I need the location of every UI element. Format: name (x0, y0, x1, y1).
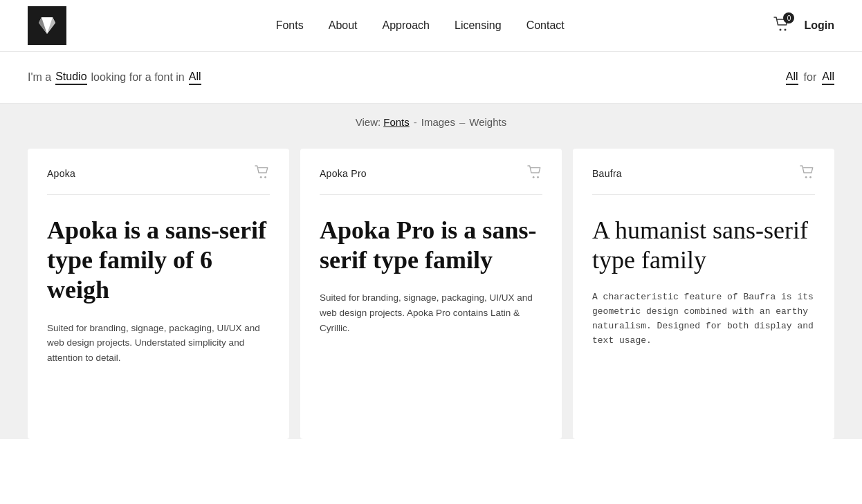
logo[interactable] (28, 6, 66, 45)
card-apoka: Apoka Apoka is a sans-serif type family … (28, 149, 289, 439)
svg-point-6 (264, 176, 266, 178)
view-label: View: (356, 116, 380, 128)
card-baufra-headline: A humanist sans-serif type family (592, 216, 815, 275)
nav-about[interactable]: About (329, 19, 358, 32)
filter-left: I'm a Studio looking for a font in All (28, 71, 201, 85)
card-baufra-cart-button[interactable] (800, 165, 815, 182)
filter-for: for (804, 71, 817, 84)
card-apoka-pro-header: Apoka Pro (320, 165, 542, 195)
card-apoka-pro: Apoka Pro Apoka Pro is a sans-serif type… (300, 149, 562, 439)
nav-fonts[interactable]: Fonts (276, 19, 304, 32)
svg-point-8 (537, 176, 539, 178)
view-bar: View: Fonts - Images – Weights (0, 104, 862, 142)
card-apoka-pro-headline: Apoka Pro is a sans-serif type family (320, 216, 542, 275)
card-baufra: Baufra A humanist sans-serif type family… (573, 149, 834, 439)
card-apoka-headline: Apoka is a sans-serif type family of 6 w… (47, 216, 270, 306)
filter-bar: I'm a Studio looking for a font in All A… (0, 52, 862, 104)
filter-right: All for All (786, 71, 834, 85)
view-fonts[interactable]: Fonts (383, 116, 410, 128)
svg-point-9 (805, 176, 807, 178)
nav-contact[interactable]: Contact (526, 19, 565, 32)
svg-point-10 (809, 176, 811, 178)
card-apoka-cart-button[interactable] (255, 165, 270, 182)
nav-licensing[interactable]: Licensing (455, 19, 502, 32)
add-to-cart-icon (255, 165, 270, 179)
card-baufra-desc: A characteristic feature of Baufra is it… (592, 290, 815, 348)
svg-point-4 (785, 29, 787, 31)
filter-middle: looking for a font in (91, 71, 185, 84)
add-to-cart-icon (527, 165, 542, 179)
filter-type[interactable]: Studio (55, 71, 86, 85)
login-button[interactable]: Login (804, 19, 834, 32)
filter-all-left[interactable]: All (786, 71, 798, 85)
svg-point-3 (780, 29, 782, 31)
filter-all[interactable]: All (189, 71, 201, 85)
view-images[interactable]: Images (421, 116, 455, 128)
card-baufra-header: Baufra (592, 165, 815, 195)
card-apoka-desc: Suited for branding, signage, packaging,… (47, 321, 270, 366)
card-apoka-pro-name: Apoka Pro (320, 168, 367, 179)
cards-section: Apoka Apoka is a sans-serif type family … (0, 142, 862, 439)
card-apoka-header: Apoka (47, 165, 270, 195)
svg-point-7 (533, 176, 535, 178)
svg-point-5 (260, 176, 262, 178)
view-weights[interactable]: Weights (469, 116, 506, 128)
card-apoka-name: Apoka (47, 168, 75, 179)
nav-right: 0 Login (773, 17, 834, 35)
card-apoka-pro-desc: Suited for branding, signage, packaging,… (320, 290, 542, 335)
view-sep1: - (414, 116, 417, 128)
cart-button[interactable]: 0 (773, 17, 790, 35)
filter-prefix: I'm a (28, 71, 51, 84)
card-baufra-name: Baufra (592, 168, 622, 179)
filter-all-right[interactable]: All (822, 71, 834, 85)
add-to-cart-icon (800, 165, 815, 179)
cart-count: 0 (783, 12, 794, 24)
card-apoka-pro-cart-button[interactable] (527, 165, 542, 182)
nav-links: Fonts About Approach Licensing Contact (276, 19, 565, 32)
nav-approach[interactable]: Approach (383, 19, 430, 32)
navbar: Fonts About Approach Licensing Contact 0… (0, 0, 862, 52)
view-sep2: – (459, 116, 465, 128)
